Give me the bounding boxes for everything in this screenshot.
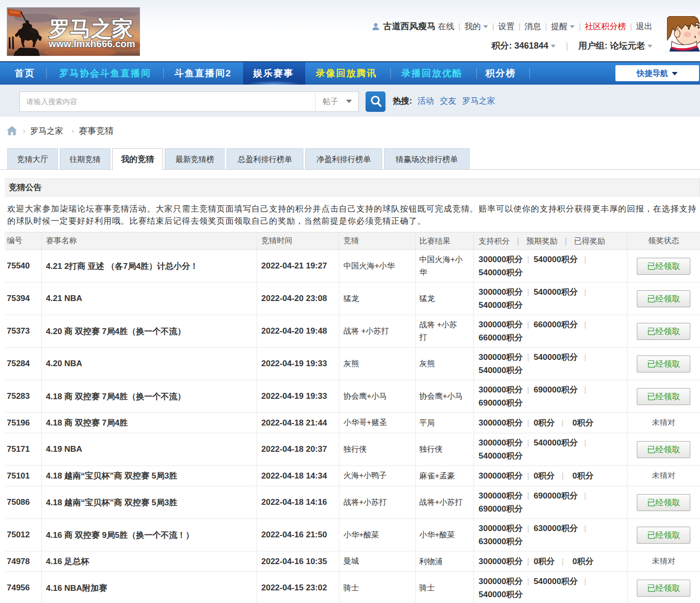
svg-text:www.lmxh666.com: www.lmxh666.com — [48, 38, 135, 49]
svg-text:罗马之家: 罗马之家 — [49, 17, 133, 40]
